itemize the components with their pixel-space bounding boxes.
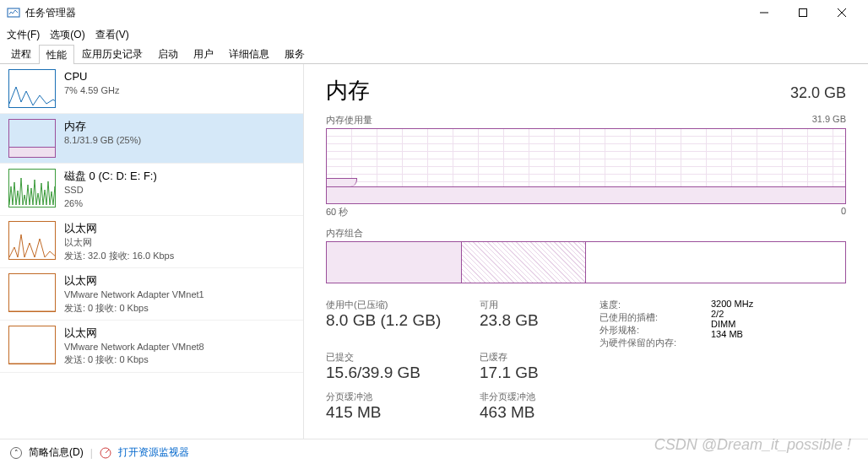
sidebar-thumb-chart — [8, 221, 56, 260]
axis-right: 0 — [841, 206, 846, 218]
commit-label: 已提交 — [326, 351, 469, 364]
sidebar-thumb-chart — [8, 69, 56, 108]
menu-view[interactable]: 查看(V) — [95, 28, 129, 42]
tab-startup[interactable]: 启动 — [150, 44, 186, 63]
sidebar-item-1[interactable]: 内存8.1/31.9 GB (25%) — [0, 114, 303, 164]
menubar: 文件(F) 选项(O) 查看(V) — [0, 25, 868, 44]
memory-composition-chart — [326, 241, 846, 283]
sidebar: CPU7% 4.59 GHz内存8.1/31.9 GB (25%)磁盘 0 (C… — [0, 64, 304, 439]
sidebar-item-sub2: 发送: 0 接收: 0 Kbps — [64, 353, 204, 366]
commit-value: 15.6/39.9 GB — [326, 364, 469, 382]
axis-left: 60 秒 — [326, 206, 348, 218]
sidebar-thumb-chart — [8, 273, 56, 312]
tab-services[interactable]: 服务 — [277, 44, 312, 63]
menu-file[interactable]: 文件(F) — [7, 28, 40, 42]
tab-details[interactable]: 详细信息 — [221, 44, 277, 63]
cached-value: 17.1 GB — [480, 364, 589, 382]
minimize-button[interactable] — [745, 0, 784, 25]
sidebar-item-title: 磁盘 0 (C: D: E: F:) — [64, 169, 157, 184]
reserved-value: 134 MB — [711, 329, 846, 339]
maximize-button[interactable] — [784, 0, 822, 25]
nonpaged-value: 463 MB — [480, 403, 589, 422]
tab-users[interactable]: 用户 — [186, 44, 221, 63]
available-value: 23.8 GB — [480, 311, 589, 330]
sidebar-item-title: 内存 — [64, 119, 141, 134]
sidebar-item-sub2: 发送: 0 接收: 0 Kbps — [64, 302, 204, 315]
usage-chart-label: 内存使用量 — [326, 114, 372, 127]
footer: ˄ 简略信息(D) | 打开资源监视器 — [0, 439, 868, 466]
window-title: 任务管理器 — [25, 6, 745, 20]
paged-value: 415 MB — [326, 403, 469, 422]
sidebar-item-title: CPU — [64, 69, 119, 84]
nonpaged-label: 非分页缓冲池 — [480, 391, 589, 403]
composition-label: 内存组合 — [326, 227, 363, 240]
sidebar-item-sub: VMware Network Adapter VMnet8 — [64, 341, 204, 353]
inuse-label: 使用中(已压缩) — [326, 299, 469, 311]
sidebar-item-sub2: 26% — [64, 197, 157, 210]
sidebar-item-sub: VMware Network Adapter VMnet1 — [64, 288, 204, 301]
svg-rect-2 — [800, 9, 807, 17]
paged-label: 分页缓冲池 — [326, 391, 469, 403]
sidebar-item-title: 以太网 — [64, 273, 204, 288]
tabbar: 进程 性能 应用历史记录 启动 用户 详细信息 服务 — [0, 44, 868, 64]
speed-label: 速度: — [599, 299, 701, 311]
chevron-up-icon[interactable]: ˄ — [10, 447, 22, 459]
sidebar-thumb-chart — [8, 326, 56, 364]
page-title: 内存 — [326, 76, 370, 105]
tab-apphistory[interactable]: 应用历史记录 — [74, 44, 150, 63]
svg-line-8 — [106, 450, 109, 453]
cached-label: 已缓存 — [480, 351, 589, 364]
sidebar-thumb-chart — [8, 169, 56, 208]
available-label: 可用 — [480, 299, 589, 311]
titlebar: 任务管理器 — [0, 0, 868, 25]
resmon-icon — [100, 447, 111, 459]
sidebar-item-sub: 7% 4.59 GHz — [64, 84, 119, 97]
sidebar-item-sub: 以太网 — [64, 236, 174, 249]
tab-processes[interactable]: 进程 — [3, 44, 39, 63]
sidebar-item-2[interactable]: 磁盘 0 (C: D: E: F:)SSD26% — [0, 164, 303, 216]
app-icon — [7, 6, 20, 19]
form-value: DIMM — [711, 319, 846, 329]
fewer-details-link[interactable]: 简略信息(D) — [29, 445, 84, 460]
sidebar-item-sub: SSD — [64, 184, 157, 197]
sidebar-item-4[interactable]: 以太网VMware Network Adapter VMnet1发送: 0 接收… — [0, 268, 303, 321]
speed-value: 3200 MHz — [711, 299, 846, 309]
inuse-value: 8.0 GB (1.2 GB) — [326, 311, 469, 330]
reserved-label: 为硬件保留的内存: — [599, 337, 701, 349]
tab-performance[interactable]: 性能 — [39, 45, 74, 64]
sidebar-item-title: 以太网 — [64, 221, 174, 236]
sidebar-item-3[interactable]: 以太网以太网发送: 32.0 接收: 16.0 Kbps — [0, 216, 303, 268]
sidebar-item-title: 以太网 — [64, 326, 204, 341]
sidebar-thumb-chart — [8, 119, 56, 158]
sidebar-item-0[interactable]: CPU7% 4.59 GHz — [0, 64, 303, 114]
close-button[interactable] — [822, 0, 861, 25]
main-panel: 内存 32.0 GB 内存使用量31.9 GB 60 秒0 内存组合 使用中(已… — [304, 64, 868, 439]
usage-chart-max: 31.9 GB — [812, 114, 846, 127]
sidebar-item-sub2: 发送: 32.0 接收: 16.0 Kbps — [64, 250, 174, 262]
menu-options[interactable]: 选项(O) — [50, 28, 84, 42]
slots-value: 2/2 — [711, 309, 846, 319]
form-label: 外形规格: — [599, 324, 701, 337]
memory-capacity: 32.0 GB — [790, 84, 846, 102]
slots-label: 已使用的插槽: — [599, 311, 701, 324]
open-resmon-link[interactable]: 打开资源监视器 — [118, 445, 189, 460]
sidebar-item-sub: 8.1/31.9 GB (25%) — [64, 134, 141, 147]
memory-usage-chart — [326, 128, 846, 204]
sidebar-item-5[interactable]: 以太网VMware Network Adapter VMnet8发送: 0 接收… — [0, 321, 303, 373]
